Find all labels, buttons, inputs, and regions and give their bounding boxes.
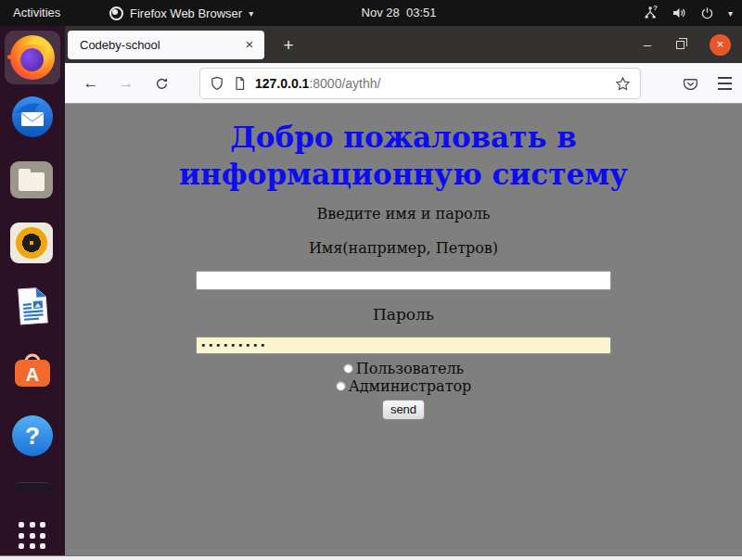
libreoffice-writer-icon <box>8 282 56 329</box>
shield-icon[interactable] <box>210 76 224 91</box>
radio-button-icon[interactable] <box>336 381 346 391</box>
close-button[interactable]: × <box>710 34 731 56</box>
network-icon: ? <box>643 6 658 20</box>
url-path: :8000/aythh/ <box>309 76 380 91</box>
firefox-icon <box>10 35 55 80</box>
radio-button-icon[interactable] <box>343 363 353 374</box>
back-button[interactable]: ← <box>78 70 104 96</box>
url-text: 127.0.0.1:8000/aythh/ <box>255 76 380 91</box>
dock-item-files[interactable] <box>10 158 55 202</box>
tab-codeby-school[interactable]: Codeby-school × <box>68 31 264 59</box>
url-host: 127.0.0.1 <box>255 76 309 91</box>
firefox-mono-icon <box>109 6 123 20</box>
help-icon: ? <box>12 415 53 456</box>
new-tab-button[interactable]: + <box>276 33 301 57</box>
power-icon <box>700 6 714 20</box>
dock-item-libreoffice-writer[interactable] <box>10 284 55 328</box>
files-icon <box>10 161 53 198</box>
dock-item-firefox[interactable] <box>5 31 60 84</box>
firefox-window: Codeby-school × + – × ← → 127.0. <box>65 26 742 555</box>
page-info-icon[interactable] <box>233 76 247 91</box>
name-label: Имя(например, Петров) <box>309 239 498 257</box>
radio-admin[interactable]: Администратор <box>336 377 472 395</box>
radio-admin-label: Администратор <box>349 377 472 395</box>
activities-button[interactable]: Activities <box>13 0 60 26</box>
radio-user[interactable]: Пользователь <box>343 360 465 377</box>
minimized-window-icon[interactable] <box>13 482 52 494</box>
svg-text:?: ? <box>653 6 658 12</box>
rhythmbox-icon <box>10 223 53 263</box>
password-input[interactable] <box>196 337 611 354</box>
ubuntu-software-icon: A <box>10 347 55 391</box>
hamburger-icon <box>718 77 732 79</box>
pocket-button[interactable] <box>677 70 703 96</box>
password-label: Пароль <box>373 305 434 324</box>
restore-button[interactable] <box>676 41 684 49</box>
show-applications-icon[interactable] <box>19 522 46 550</box>
page-content: Добро пожаловать в информационную систем… <box>65 104 742 555</box>
minimize-button[interactable]: – <box>644 40 651 49</box>
app-menu-label: Firefox Web Browser <box>130 6 242 20</box>
clock[interactable]: Nov 28 03:51 <box>362 0 437 26</box>
menu-button[interactable] <box>712 70 736 96</box>
chevron-down-icon: ▾ <box>728 8 733 19</box>
forward-button[interactable]: → <box>113 70 139 96</box>
app-menu[interactable]: Firefox Web Browser ▾ <box>109 0 253 26</box>
svg-text:A: A <box>26 364 39 385</box>
dock-item-rhythmbox[interactable] <box>10 221 55 265</box>
dock-item-thunderbird[interactable] <box>10 95 55 139</box>
top-bar: Activities Firefox Web Browser ▾ Nov 28 … <box>0 0 742 26</box>
thunderbird-icon <box>10 95 55 139</box>
tab-bar: Codeby-school × + – × <box>65 26 742 63</box>
pocket-icon <box>683 76 698 92</box>
dock: A ? <box>0 26 65 560</box>
intro-text: Введите имя и пароль <box>316 205 490 223</box>
tab-title: Codeby-school <box>68 38 239 52</box>
chevron-down-icon: ▾ <box>249 8 253 19</box>
dock-item-help[interactable]: ? <box>10 414 55 458</box>
tab-close-icon[interactable]: × <box>239 35 260 56</box>
reload-button[interactable] <box>148 70 174 96</box>
volume-icon <box>672 6 686 20</box>
dock-item-ubuntu-software[interactable]: A <box>10 347 55 391</box>
screen-bottom-edge <box>0 555 742 560</box>
radio-user-label: Пользователь <box>356 360 465 377</box>
send-button[interactable]: send <box>382 400 425 420</box>
page-title: Добро пожаловать в информационную систем… <box>179 120 628 193</box>
name-input[interactable] <box>196 271 611 290</box>
navigation-toolbar: ← → 127.0.0.1:8000/aythh/ <box>65 63 742 104</box>
url-bar[interactable]: 127.0.0.1:8000/aythh/ <box>200 69 640 98</box>
system-status-area[interactable]: ? ▾ <box>643 0 733 26</box>
window-controls: – × <box>644 26 731 63</box>
reload-icon <box>155 77 169 91</box>
bookmark-star-icon[interactable] <box>615 76 631 92</box>
